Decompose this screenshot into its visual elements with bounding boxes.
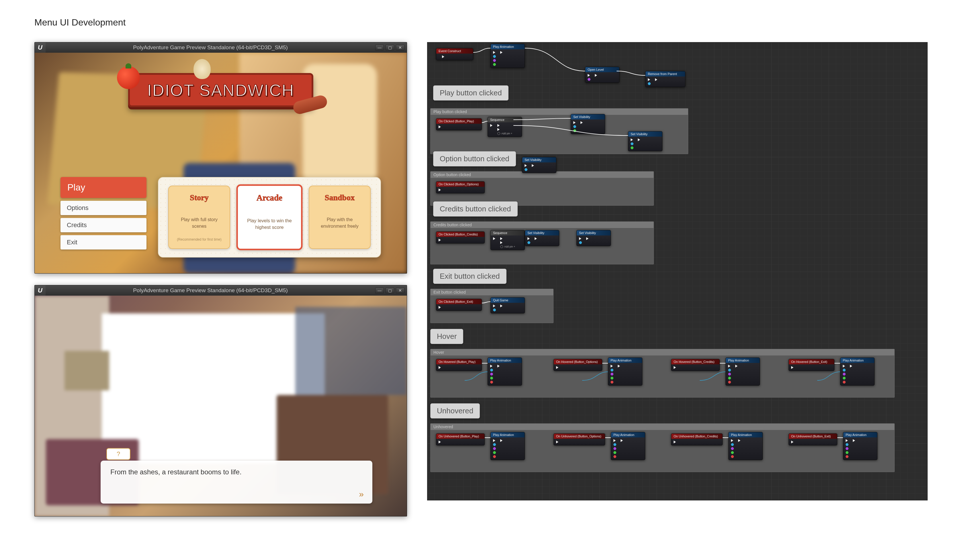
node-remove-from-parent[interactable]: Remove from Parent [645, 71, 685, 87]
node-title: Quit Game [491, 298, 525, 303]
unreal-logo-icon: U [35, 285, 45, 296]
node-onhovered-credits[interactable]: On Hovered (Button_Credits) [671, 359, 720, 371]
menu-window: U PolyAdventure Game Preview Standalone … [34, 42, 407, 274]
game-logo-text: IDIOT SANDWICH [147, 80, 294, 100]
comment-title: Play button clicked [431, 109, 688, 115]
node-title: Set Visibility [571, 114, 605, 119]
page-title: Menu UI Development [34, 17, 928, 28]
node-title: On Hovered (Button_Exit) [789, 359, 834, 364]
node-play-animation[interactable]: Play Animation [487, 357, 522, 386]
maximize-button[interactable]: ▢ [386, 288, 394, 293]
node-onhovered-exit[interactable]: On Hovered (Button_Exit) [789, 359, 834, 371]
comment-title: Exit button clicked [431, 289, 553, 295]
node-sequence[interactable]: Sequence Add pin + [491, 230, 525, 250]
node-quit-game[interactable]: Quit Game [491, 297, 525, 313]
mode-sandbox-card[interactable]: Sandbox Play with the environment freely [309, 186, 371, 249]
node-title: Open Level [585, 67, 619, 72]
node-set-visibility[interactable]: Set Visibility [576, 230, 611, 246]
node-onclicked-credits[interactable]: On Clicked (Button_Credits) [436, 232, 485, 243]
node-onclicked-play[interactable]: On Clicked (Button_Play) [436, 118, 482, 130]
dialogue-window: U PolyAdventure Game Preview Standalone … [34, 285, 407, 517]
tag-option-clicked[interactable]: Option button clicked [433, 151, 516, 166]
node-title: On Unhovered (Button_Play) [436, 434, 484, 439]
node-title: On Hovered (Button_Play) [436, 359, 482, 364]
node-onhovered-play[interactable]: On Hovered (Button_Play) [436, 359, 482, 371]
close-button[interactable]: ✕ [396, 288, 405, 293]
node-open-level[interactable]: Open Level [585, 67, 620, 83]
game-logo: IDIOT SANDWICH [109, 66, 333, 114]
tag-hover[interactable]: Hover [430, 329, 463, 344]
titlebar[interactable]: U PolyAdventure Game Preview Standalone … [35, 285, 407, 296]
node-play-animation[interactable]: Play Animation [491, 44, 525, 68]
node-title: Event Construct [436, 48, 473, 53]
node-set-visibility[interactable]: Set Visibility [628, 131, 662, 151]
menu-options-button[interactable]: Options [60, 201, 147, 215]
node-title: On Unhovered (Button_Options) [554, 434, 605, 439]
node-title: On Clicked (Button_Credits) [436, 232, 484, 237]
minimize-button[interactable]: — [375, 288, 384, 293]
node-onunhovered-options[interactable]: On Unhovered (Button_Options) [554, 433, 605, 446]
node-set-visibility[interactable]: Set Visibility [525, 230, 559, 246]
advance-icon[interactable]: » [359, 489, 364, 499]
node-onunhovered-credits[interactable]: On Unhovered (Button_Credits) [671, 433, 723, 446]
node-title: Play Animation [488, 358, 522, 363]
dialogue-text: From the ashes, a restaurant booms to li… [110, 468, 363, 476]
comment-title: Hover [431, 349, 894, 356]
main-menu-list: Play Options Credits Exit [60, 177, 147, 257]
mode-story-title: Story [190, 193, 208, 202]
mode-story-card[interactable]: Story Play with full story scenes (Recom… [168, 186, 230, 249]
node-title: Play Animation [841, 358, 874, 363]
tag-play-clicked[interactable]: Play button clicked [433, 85, 508, 101]
comment-title: Unhovered [431, 424, 894, 430]
node-title: On Clicked (Button_Play) [436, 119, 482, 124]
close-button[interactable]: ✕ [396, 45, 405, 50]
node-play-animation[interactable]: Play Animation [726, 357, 760, 386]
tag-credits-clicked[interactable]: Credits button clicked [433, 201, 518, 217]
node-play-animation[interactable]: Play Animation [491, 432, 525, 460]
node-play-animation[interactable]: Play Animation [608, 357, 642, 386]
mode-panel: Story Play with full story scenes (Recom… [158, 177, 381, 257]
node-title: Set Visibility [628, 132, 662, 137]
node-event-construct[interactable]: Event Construct [436, 48, 473, 60]
minimize-button[interactable]: — [375, 45, 384, 50]
mode-story-desc: Play with full story scenes [173, 217, 225, 229]
node-play-animation[interactable]: Play Animation [843, 432, 877, 460]
node-play-animation[interactable]: Play Animation [728, 432, 763, 460]
blueprint-graph[interactable]: Event Construct Play Animation Open Leve… [427, 42, 928, 500]
sausage-icon [292, 94, 329, 116]
node-onclicked-exit[interactable]: On Clicked (Button_Exit) [436, 299, 482, 311]
tomato-icon [117, 66, 140, 89]
node-onclicked-options[interactable]: On Clicked (Button_Options) [436, 181, 485, 193]
mode-arcade-card[interactable]: Arcade Play levels to win the highest sc… [236, 185, 303, 250]
dialogue-box[interactable]: From the ashes, a restaurant booms to li… [101, 460, 372, 504]
vn-viewport[interactable]: ? From the ashes, a restaurant booms to … [35, 296, 407, 516]
node-title: Play Animation [729, 432, 762, 438]
tag-exit-clicked[interactable]: Exit button clicked [433, 269, 507, 284]
node-title: On Hovered (Button_Options) [554, 359, 602, 364]
node-sequence[interactable]: Sequence Add pin + [487, 117, 522, 137]
menu-exit-button[interactable]: Exit [60, 235, 147, 249]
node-title: On Unhovered (Button_Exit) [789, 434, 837, 439]
menu-credits-button[interactable]: Credits [60, 218, 147, 232]
node-title: Set Visibility [522, 157, 556, 163]
unreal-logo-icon: U [35, 42, 45, 53]
node-title: Play Animation [726, 358, 760, 363]
menu-play-button[interactable]: Play [60, 177, 147, 198]
titlebar[interactable]: U PolyAdventure Game Preview Standalone … [35, 42, 407, 53]
node-play-animation[interactable]: Play Animation [611, 432, 645, 460]
node-onhovered-options[interactable]: On Hovered (Button_Options) [554, 359, 602, 371]
node-play-animation[interactable]: Play Animation [840, 357, 875, 386]
node-onunhovered-exit[interactable]: On Unhovered (Button_Exit) [789, 433, 837, 446]
node-title: Play Animation [611, 432, 645, 438]
node-title: Play Animation [491, 432, 525, 438]
speaker-name: ? [107, 448, 131, 460]
mode-story-note: (Recommended for first time) [177, 237, 221, 241]
mode-arcade-title: Arcade [257, 193, 282, 203]
tag-unhovered[interactable]: Unhovered [430, 403, 480, 418]
node-onunhovered-play[interactable]: On Unhovered (Button_Play) [436, 433, 485, 446]
node-title: Play Animation [608, 358, 642, 363]
maximize-button[interactable]: ▢ [386, 45, 394, 50]
comment-title: Credits button clicked [431, 222, 654, 228]
node-set-visibility[interactable]: Set Visibility [522, 157, 556, 173]
node-set-visibility[interactable]: Set Visibility [571, 114, 605, 134]
